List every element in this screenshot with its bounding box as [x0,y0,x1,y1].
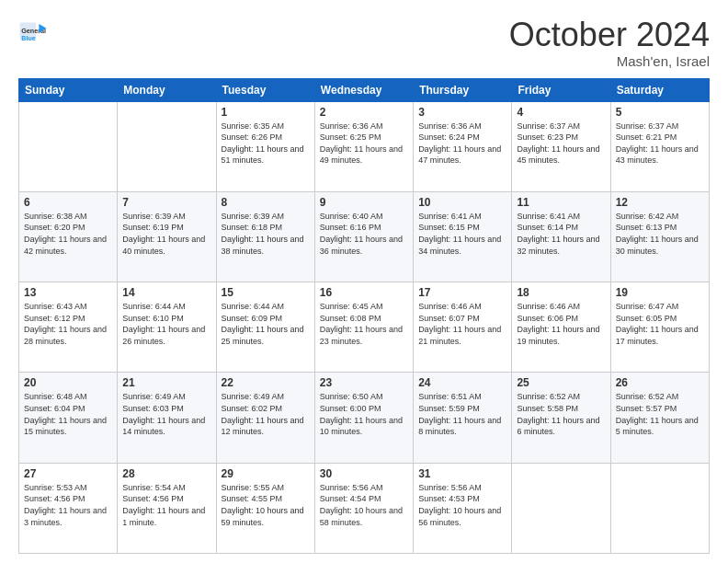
calendar-body: 1Sunrise: 6:35 AM Sunset: 6:26 PM Daylig… [19,101,710,553]
day-number: 21 [122,376,210,389]
day-info: Sunrise: 5:53 AM Sunset: 4:56 PM Dayligh… [24,482,112,528]
calendar-cell: 17Sunrise: 6:46 AM Sunset: 6:07 PM Dayli… [414,282,512,373]
week-row-4: 20Sunrise: 6:48 AM Sunset: 6:04 PM Dayli… [19,373,710,463]
day-info: Sunrise: 6:45 AM Sunset: 6:08 PM Dayligh… [320,301,408,347]
day-number: 24 [418,376,506,389]
day-info: Sunrise: 6:41 AM Sunset: 6:15 PM Dayligh… [418,211,506,257]
day-number: 6 [24,196,112,209]
calendar-cell: 2Sunrise: 6:36 AM Sunset: 6:25 PM Daylig… [314,101,413,191]
calendar-cell: 7Sunrise: 6:39 AM Sunset: 6:19 PM Daylig… [118,191,216,282]
calendar-cell: 11Sunrise: 6:41 AM Sunset: 6:14 PM Dayli… [512,191,610,282]
svg-text:Blue: Blue [21,34,36,42]
day-number: 5 [616,106,704,119]
day-number: 13 [24,286,112,299]
calendar-cell: 13Sunrise: 6:43 AM Sunset: 6:12 PM Dayli… [19,282,118,373]
day-number: 1 [222,106,310,119]
day-number: 28 [122,467,210,480]
day-number: 25 [517,376,605,389]
calendar-cell: 29Sunrise: 5:55 AM Sunset: 4:55 PM Dayli… [216,463,314,553]
day-info: Sunrise: 6:37 AM Sunset: 6:23 PM Dayligh… [517,121,605,167]
day-info: Sunrise: 6:50 AM Sunset: 6:00 PM Dayligh… [320,391,408,437]
day-number: 22 [222,376,310,389]
day-info: Sunrise: 6:51 AM Sunset: 5:59 PM Dayligh… [418,391,506,437]
day-info: Sunrise: 6:42 AM Sunset: 6:13 PM Dayligh… [616,211,704,257]
calendar-cell: 30Sunrise: 5:56 AM Sunset: 4:54 PM Dayli… [314,463,413,553]
day-number: 15 [222,286,310,299]
top-header: General Blue October 2024 Mash'en, Israe… [18,17,710,69]
day-info: Sunrise: 6:44 AM Sunset: 6:09 PM Dayligh… [222,301,310,347]
week-row-3: 13Sunrise: 6:43 AM Sunset: 6:12 PM Dayli… [19,282,710,373]
day-info: Sunrise: 6:35 AM Sunset: 6:26 PM Dayligh… [222,121,310,167]
day-info: Sunrise: 6:46 AM Sunset: 6:07 PM Dayligh… [418,301,506,347]
day-number: 2 [320,106,408,119]
day-number: 31 [418,467,506,480]
day-header-saturday: Saturday [610,78,709,101]
calendar-cell: 9Sunrise: 6:40 AM Sunset: 6:16 PM Daylig… [314,191,413,282]
calendar-cell: 26Sunrise: 6:52 AM Sunset: 5:57 PM Dayli… [610,373,709,463]
day-number: 14 [122,286,210,299]
location-title: Mash'en, Israel [509,53,710,69]
day-info: Sunrise: 6:44 AM Sunset: 6:10 PM Dayligh… [122,301,210,347]
day-info: Sunrise: 6:39 AM Sunset: 6:18 PM Dayligh… [222,211,310,257]
day-header-sunday: Sunday [19,78,118,101]
day-info: Sunrise: 6:39 AM Sunset: 6:19 PM Dayligh… [122,211,210,257]
day-info: Sunrise: 6:52 AM Sunset: 5:58 PM Dayligh… [517,391,605,437]
calendar-cell: 28Sunrise: 5:54 AM Sunset: 4:56 PM Dayli… [118,463,216,553]
calendar-cell: 24Sunrise: 6:51 AM Sunset: 5:59 PM Dayli… [414,373,512,463]
day-info: Sunrise: 5:56 AM Sunset: 4:54 PM Dayligh… [320,482,408,528]
calendar-cell: 6Sunrise: 6:38 AM Sunset: 6:20 PM Daylig… [19,191,118,282]
day-number: 4 [517,106,605,119]
day-number: 12 [616,196,704,209]
day-info: Sunrise: 6:40 AM Sunset: 6:16 PM Dayligh… [320,211,408,257]
logo-icon: General Blue [18,17,48,46]
day-number: 20 [24,376,112,389]
day-number: 30 [320,467,408,480]
day-info: Sunrise: 5:56 AM Sunset: 4:53 PM Dayligh… [418,482,506,528]
day-info: Sunrise: 6:52 AM Sunset: 5:57 PM Dayligh… [616,391,704,437]
day-header-tuesday: Tuesday [216,78,314,101]
day-number: 23 [320,376,408,389]
day-number: 18 [517,286,605,299]
day-number: 26 [616,376,704,389]
day-number: 10 [418,196,506,209]
day-info: Sunrise: 6:38 AM Sunset: 6:20 PM Dayligh… [24,211,112,257]
day-number: 3 [418,106,506,119]
month-title: October 2024 [509,17,710,53]
calendar-cell [118,101,216,191]
calendar-cell: 27Sunrise: 5:53 AM Sunset: 4:56 PM Dayli… [19,463,118,553]
days-header-row: SundayMondayTuesdayWednesdayThursdayFrid… [19,78,710,101]
day-info: Sunrise: 5:54 AM Sunset: 4:56 PM Dayligh… [122,482,210,528]
day-header-wednesday: Wednesday [314,78,413,101]
calendar-cell: 5Sunrise: 6:37 AM Sunset: 6:21 PM Daylig… [610,101,709,191]
calendar-cell: 4Sunrise: 6:37 AM Sunset: 6:23 PM Daylig… [512,101,610,191]
day-info: Sunrise: 6:46 AM Sunset: 6:06 PM Dayligh… [517,301,605,347]
day-info: Sunrise: 6:47 AM Sunset: 6:05 PM Dayligh… [616,301,704,347]
calendar-cell: 3Sunrise: 6:36 AM Sunset: 6:24 PM Daylig… [414,101,512,191]
day-number: 29 [222,467,310,480]
day-number: 16 [320,286,408,299]
calendar-cell: 19Sunrise: 6:47 AM Sunset: 6:05 PM Dayli… [610,282,709,373]
day-info: Sunrise: 6:37 AM Sunset: 6:21 PM Dayligh… [616,121,704,167]
day-info: Sunrise: 6:49 AM Sunset: 6:02 PM Dayligh… [222,391,310,437]
calendar-cell: 23Sunrise: 6:50 AM Sunset: 6:00 PM Dayli… [314,373,413,463]
page: General Blue October 2024 Mash'en, Israe… [0,0,728,563]
logo: General Blue [18,17,48,46]
week-row-2: 6Sunrise: 6:38 AM Sunset: 6:20 PM Daylig… [19,191,710,282]
calendar-table: SundayMondayTuesdayWednesdayThursdayFrid… [18,78,710,554]
day-info: Sunrise: 6:48 AM Sunset: 6:04 PM Dayligh… [24,391,112,437]
calendar-cell: 15Sunrise: 6:44 AM Sunset: 6:09 PM Dayli… [216,282,314,373]
week-row-5: 27Sunrise: 5:53 AM Sunset: 4:56 PM Dayli… [19,463,710,553]
calendar-cell [610,463,709,553]
day-info: Sunrise: 6:41 AM Sunset: 6:14 PM Dayligh… [517,211,605,257]
calendar-cell [512,463,610,553]
calendar-cell: 31Sunrise: 5:56 AM Sunset: 4:53 PM Dayli… [414,463,512,553]
day-info: Sunrise: 6:49 AM Sunset: 6:03 PM Dayligh… [122,391,210,437]
calendar-cell: 16Sunrise: 6:45 AM Sunset: 6:08 PM Dayli… [314,282,413,373]
day-number: 7 [122,196,210,209]
calendar-cell: 18Sunrise: 6:46 AM Sunset: 6:06 PM Dayli… [512,282,610,373]
day-number: 8 [222,196,310,209]
calendar-cell: 14Sunrise: 6:44 AM Sunset: 6:10 PM Dayli… [118,282,216,373]
day-info: Sunrise: 6:43 AM Sunset: 6:12 PM Dayligh… [24,301,112,347]
day-header-thursday: Thursday [414,78,512,101]
week-row-1: 1Sunrise: 6:35 AM Sunset: 6:26 PM Daylig… [19,101,710,191]
